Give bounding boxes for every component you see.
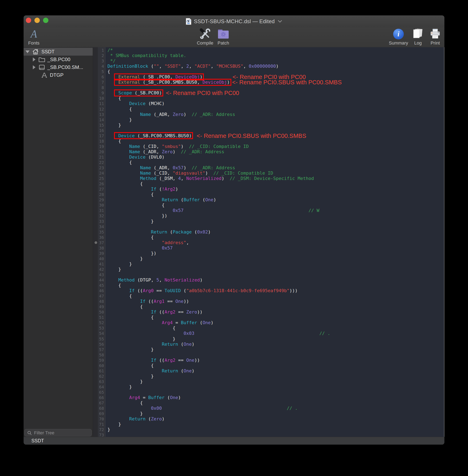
code-line[interactable]: {: [107, 315, 444, 320]
sidebar-item-sb-pc00[interactable]: _SB.PC00: [24, 56, 93, 63]
code-line[interactable]: Method (_DSM, 4, NotSerialized) // _DSM:…: [107, 176, 444, 181]
disclosure-collapsed-icon[interactable]: [33, 65, 35, 69]
code-line[interactable]: }: [107, 347, 444, 352]
code-line[interactable]: Device (DVL0): [107, 154, 444, 160]
line-number: 30: [98, 203, 104, 208]
code-line[interactable]: /*: [107, 48, 444, 53]
sidebar-item-sb-pc00-smbs[interactable]: _SB.PC00.SM...: [24, 63, 93, 71]
code-line[interactable]: Arg4 = Buffer (One): [107, 320, 444, 325]
patch-button[interactable]: Patch: [213, 28, 234, 46]
print-button[interactable]: Print: [424, 28, 444, 46]
code-line[interactable]: Name (_ADR, Zero) // _ADR: Address: [107, 112, 444, 117]
code-line[interactable]: }: [107, 267, 444, 272]
code-line[interactable]: If ((Arg0 == ToUUID ("a0b5b7c6-1318-441c…: [107, 288, 444, 293]
code-line[interactable]: [107, 272, 444, 277]
code-line[interactable]: {: [107, 138, 444, 144]
code-line[interactable]: [107, 432, 444, 437]
code-line[interactable]: {: [107, 293, 444, 299]
code-line[interactable]: {: [107, 283, 444, 288]
code-line[interactable]: {: [107, 192, 444, 197]
code-line[interactable]: }: [107, 427, 444, 432]
titlebar[interactable]: SSDT-SBUS-MCHC.dsl — Edited: [24, 15, 444, 28]
code-line[interactable]: 0x57 // W: [107, 208, 444, 213]
code-line[interactable]: Name (_CID, "diagsvault") // _CID: Compa…: [107, 170, 444, 176]
code-line[interactable]: [107, 224, 444, 229]
code-line[interactable]: If (!Arg2): [107, 187, 444, 192]
code-line[interactable]: }: [107, 261, 444, 267]
content-area: SSDT _SB.PC00: [24, 47, 444, 437]
line-number: 66: [98, 395, 104, 400]
code-line[interactable]: Return (One): [107, 342, 444, 347]
line-number: 65: [98, 390, 104, 395]
code-line[interactable]: }: [107, 384, 444, 390]
code-line[interactable]: Name (_CID, "smbus") // _CID: Compatible…: [107, 144, 444, 149]
fonts-button[interactable]: A Fonts: [25, 28, 43, 46]
code-line[interactable]: "address",: [107, 240, 444, 245]
folder-icon: [38, 57, 45, 62]
code-line[interactable]: [107, 390, 444, 395]
method-icon: [41, 72, 48, 78]
code-line[interactable]: Return (One): [107, 368, 444, 374]
code-line[interactable]: {: [107, 304, 444, 309]
sidebar-item-dtgp[interactable]: DTGP: [24, 71, 93, 79]
disclosure-expanded-icon[interactable]: [25, 50, 29, 53]
code-line[interactable]: }): [107, 251, 444, 256]
code-line[interactable]: {: [107, 181, 444, 187]
code-line[interactable]: 0x03 // .: [107, 331, 444, 336]
title-chevron-icon[interactable]: [278, 20, 282, 23]
code-line[interactable]: {: [107, 325, 444, 331]
code-line[interactable]: }): [107, 213, 444, 219]
code-line[interactable]: * SMBus compatibility table.: [107, 53, 444, 58]
code-area[interactable]: /* * SMBus compatibility table. */Defini…: [105, 47, 444, 437]
code-line[interactable]: Return (Buffer (One): [107, 197, 444, 203]
summary-button[interactable]: i Summary: [387, 28, 410, 46]
code-line[interactable]: {: [107, 106, 444, 112]
line-number: 69: [98, 411, 104, 416]
code-line[interactable]: }: [107, 256, 444, 261]
code-line[interactable]: If ((Arg2 == One)): [107, 358, 444, 363]
code-line[interactable]: }: [107, 122, 444, 128]
code-line[interactable]: {: [107, 235, 444, 240]
code-line[interactable]: DefinitionBlock ("", "SSDT", 2, "ACDT", …: [107, 64, 444, 69]
code-line[interactable]: If ((Arg2 == Zero)): [107, 309, 444, 315]
sidebar-item-ssdt[interactable]: SSDT: [24, 48, 93, 56]
code-line[interactable]: }: [107, 374, 444, 379]
filter-tree-field: [24, 429, 92, 436]
compile-button[interactable]: Compile: [195, 28, 215, 46]
line-number: 62: [98, 374, 104, 379]
patch-highlight-box: [114, 79, 231, 86]
line-number: 37: [98, 240, 104, 245]
disclosure-collapsed-icon[interactable]: [33, 58, 35, 61]
line-number: 64: [98, 384, 104, 390]
line-number: 14: [98, 117, 104, 122]
code-line[interactable]: Return (Package (0x02): [107, 229, 444, 235]
code-line[interactable]: {: [107, 96, 444, 101]
line-number: 12: [98, 106, 104, 112]
line-number: 36: [98, 235, 104, 240]
code-line[interactable]: {: [107, 160, 444, 165]
code-line[interactable]: If ((Arg1 == One)): [107, 299, 444, 304]
code-line[interactable]: }: [107, 117, 444, 122]
line-number: 29: [98, 197, 104, 203]
code-line[interactable]: Arg4 = Buffer (One): [107, 395, 444, 400]
code-line[interactable]: Device (MCHC): [107, 101, 444, 106]
code-line[interactable]: */: [107, 58, 444, 64]
code-line[interactable]: Name (_ADR, Zero) // _ADR: Address: [107, 149, 444, 154]
code-line[interactable]: Return (Zero): [107, 416, 444, 422]
code-line[interactable]: [107, 352, 444, 358]
code-line[interactable]: }: [107, 422, 444, 427]
filter-tree-input[interactable]: [34, 429, 90, 437]
code-line[interactable]: }: [107, 379, 444, 384]
code-line[interactable]: Method (DTGP, 5, NotSerialized): [107, 277, 444, 283]
code-line[interactable]: }: [107, 219, 444, 224]
line-number: 15: [98, 122, 104, 128]
code-line[interactable]: }: [107, 411, 444, 416]
code-line[interactable]: {: [107, 203, 444, 208]
code-line[interactable]: Name (_ADR, 0x57) // _ADR: Address: [107, 165, 444, 170]
code-line[interactable]: 0x00 // .: [107, 406, 444, 411]
code-line[interactable]: 0x57: [107, 245, 444, 251]
code-line[interactable]: {: [107, 400, 444, 406]
code-line[interactable]: }: [107, 336, 444, 342]
rename-annotation: <- Rename PCI0.SBUS with PC00.SMBS: [197, 133, 306, 139]
code-line[interactable]: {: [107, 363, 444, 368]
